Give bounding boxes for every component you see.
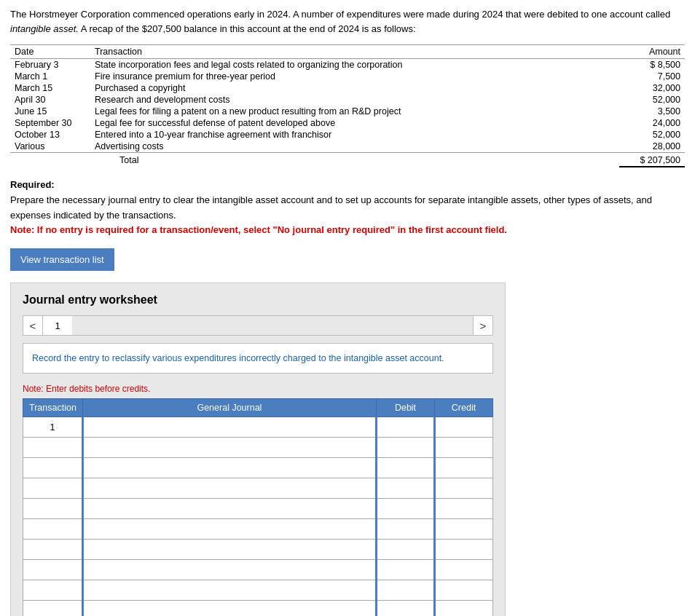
transaction-num-cell bbox=[23, 580, 83, 601]
intro-paragraph: The Horstmeyer Corporation commenced ope… bbox=[10, 7, 685, 36]
credit-cell[interactable] bbox=[435, 417, 493, 438]
total-date bbox=[10, 153, 90, 167]
gj-cell[interactable] bbox=[82, 601, 376, 616]
credit-input[interactable] bbox=[436, 580, 492, 600]
gj-input[interactable] bbox=[84, 580, 375, 600]
credit-cell[interactable] bbox=[435, 458, 493, 478]
date-cell: March 15 bbox=[10, 82, 90, 94]
gj-cell[interactable] bbox=[82, 458, 376, 478]
credit-input[interactable] bbox=[436, 417, 492, 437]
journal-row bbox=[23, 458, 493, 478]
required-section: Required: Prepare the necessary journal … bbox=[10, 178, 685, 238]
gj-cell[interactable] bbox=[82, 580, 376, 601]
gj-cell[interactable] bbox=[82, 519, 376, 540]
debit-cell[interactable] bbox=[377, 580, 435, 601]
debit-input[interactable] bbox=[377, 540, 433, 559]
debit-input[interactable] bbox=[377, 417, 433, 437]
table-row: Various Advertising costs 28,000 bbox=[10, 141, 685, 153]
gj-cell[interactable] bbox=[82, 540, 376, 560]
debit-cell[interactable] bbox=[377, 478, 435, 499]
debit-input[interactable] bbox=[377, 580, 433, 600]
credit-input[interactable] bbox=[436, 499, 492, 518]
credit-input[interactable] bbox=[436, 560, 492, 580]
debit-input[interactable] bbox=[377, 601, 433, 616]
transaction-num-cell bbox=[23, 478, 83, 499]
debit-input[interactable] bbox=[377, 438, 433, 457]
credit-cell[interactable] bbox=[435, 438, 493, 458]
gj-cell[interactable] bbox=[82, 478, 376, 499]
credit-cell[interactable] bbox=[435, 519, 493, 540]
next-page-button[interactable]: > bbox=[473, 315, 493, 336]
table-row: June 15 Legal fees for filing a patent o… bbox=[10, 106, 685, 117]
debit-input[interactable] bbox=[377, 519, 433, 539]
worksheet-title: Journal entry worksheet bbox=[23, 293, 493, 307]
gj-input[interactable] bbox=[84, 478, 375, 498]
gj-cell[interactable] bbox=[82, 417, 376, 438]
date-cell: March 1 bbox=[10, 71, 90, 82]
debit-input[interactable] bbox=[377, 560, 433, 580]
gj-input[interactable] bbox=[84, 601, 375, 616]
journal-note: Note: Enter debits before credits. bbox=[23, 384, 493, 394]
debit-cell[interactable] bbox=[377, 519, 435, 540]
gj-input[interactable] bbox=[84, 519, 375, 539]
gj-input[interactable] bbox=[84, 417, 375, 437]
transaction-table: Date Transaction Amount February 3 State… bbox=[10, 44, 685, 167]
journal-row bbox=[23, 478, 493, 499]
journal-row bbox=[23, 499, 493, 519]
debit-input[interactable] bbox=[377, 478, 433, 498]
debit-cell[interactable] bbox=[377, 499, 435, 519]
amount-cell: 32,000 bbox=[619, 82, 685, 94]
prev-page-button[interactable]: < bbox=[23, 315, 43, 336]
transaction-header: Transaction bbox=[90, 45, 619, 59]
credit-input[interactable] bbox=[436, 458, 492, 478]
gj-input[interactable] bbox=[84, 560, 375, 580]
credit-input[interactable] bbox=[436, 540, 492, 559]
transaction-cell: State incorporation fees and legal costs… bbox=[90, 59, 619, 71]
transaction-num-cell bbox=[23, 499, 83, 519]
date-header: Date bbox=[10, 45, 90, 59]
transaction-num-cell bbox=[23, 540, 83, 560]
credit-input[interactable] bbox=[436, 438, 492, 457]
credit-input[interactable] bbox=[436, 519, 492, 539]
gj-input[interactable] bbox=[84, 458, 375, 478]
debit-cell[interactable] bbox=[377, 438, 435, 458]
gj-input[interactable] bbox=[84, 540, 375, 559]
page-number: 1 bbox=[43, 315, 72, 336]
credit-cell[interactable] bbox=[435, 540, 493, 560]
worksheet-container: Journal entry worksheet < 1 > Record the… bbox=[10, 283, 506, 616]
debit-input[interactable] bbox=[377, 458, 433, 478]
transaction-cell: Fire insurance premium for three-year pe… bbox=[90, 71, 619, 82]
gj-cell[interactable] bbox=[82, 499, 376, 519]
table-row: March 1 Fire insurance premium for three… bbox=[10, 71, 685, 82]
gj-input[interactable] bbox=[84, 438, 375, 457]
credit-cell[interactable] bbox=[435, 478, 493, 499]
journal-row bbox=[23, 540, 493, 560]
description-box: Record the entry to reclassify various e… bbox=[23, 343, 493, 374]
debit-cell[interactable] bbox=[377, 560, 435, 580]
credit-input[interactable] bbox=[436, 478, 492, 498]
credit-cell[interactable] bbox=[435, 560, 493, 580]
transaction-num-cell bbox=[23, 458, 83, 478]
transaction-num-cell bbox=[23, 438, 83, 458]
debit-cell[interactable] bbox=[377, 540, 435, 560]
transaction-cell: Research and development costs bbox=[90, 94, 619, 106]
view-transaction-list-button[interactable]: View transaction list bbox=[10, 248, 114, 271]
debit-cell[interactable] bbox=[377, 601, 435, 616]
credit-cell[interactable] bbox=[435, 499, 493, 519]
debit-input[interactable] bbox=[377, 499, 433, 518]
credit-cell[interactable] bbox=[435, 580, 493, 601]
gj-cell[interactable] bbox=[82, 560, 376, 580]
credit-cell[interactable] bbox=[435, 601, 493, 616]
journal-row bbox=[23, 438, 493, 458]
gj-cell[interactable] bbox=[82, 438, 376, 458]
debit-cell[interactable] bbox=[377, 458, 435, 478]
amount-cell: 24,000 bbox=[619, 117, 685, 129]
table-row: April 30 Research and development costs … bbox=[10, 94, 685, 106]
required-note: Note: If no entry is required for a tran… bbox=[10, 224, 507, 235]
total-row: Total $ 207,500 bbox=[10, 153, 685, 167]
debit-cell[interactable] bbox=[377, 417, 435, 438]
gj-input[interactable] bbox=[84, 499, 375, 518]
transaction-num-cell bbox=[23, 601, 83, 616]
credit-input[interactable] bbox=[436, 601, 492, 616]
date-cell: June 15 bbox=[10, 106, 90, 117]
